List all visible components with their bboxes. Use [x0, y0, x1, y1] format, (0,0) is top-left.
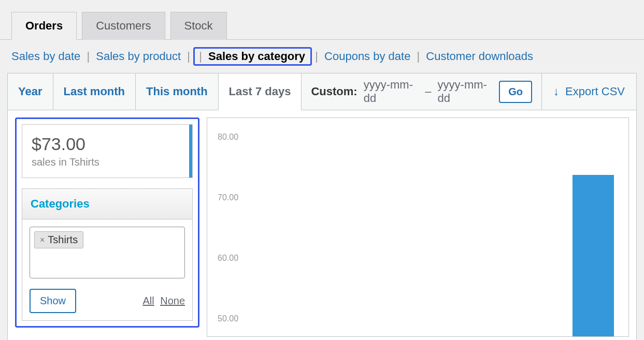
y-tick-label: 50.00	[218, 305, 618, 337]
date-to-input[interactable]: yyyy-mm-dd	[438, 78, 493, 105]
report-subnav: Sales by date | Sales by product | | Sal…	[0, 40, 644, 73]
range-last-month[interactable]: Last month	[53, 73, 136, 110]
tab-customers[interactable]: Customers	[82, 12, 165, 40]
categories-actions: Show All None	[30, 289, 185, 313]
y-tick-label: 60.00	[218, 244, 618, 305]
separator: |	[87, 50, 90, 63]
category-chip-label: Tshirts	[48, 234, 78, 246]
subnav-customer-downloads[interactable]: Customer downloads	[424, 50, 535, 63]
report-body: $73.00 sales in Tshirts Categories × Tsh…	[8, 110, 636, 340]
custom-label: Custom:	[311, 85, 357, 98]
range-year[interactable]: Year	[8, 73, 53, 110]
sales-chart: 80.00 70.00 60.00 50.00	[207, 117, 629, 337]
select-all-none: All None	[139, 295, 185, 307]
tab-stock[interactable]: Stock	[170, 12, 227, 40]
range-last-7-days[interactable]: Last 7 days	[219, 73, 302, 110]
summary-card[interactable]: $73.00 sales in Tshirts	[22, 124, 193, 178]
report-sidebar: $73.00 sales in Tshirts Categories × Tsh…	[15, 117, 199, 328]
category-chip: × Tshirts	[34, 231, 83, 248]
chart-y-axis: 80.00 70.00 60.00 50.00	[207, 118, 628, 337]
y-tick-label: 70.00	[218, 184, 618, 244]
summary-amount: $73.00	[32, 134, 183, 154]
categories-widget-title: Categories	[22, 189, 192, 219]
separator: |	[199, 50, 202, 63]
custom-range-area: Custom: yyyy-mm-dd – yyyy-mm-dd Go	[302, 73, 542, 110]
export-csv-link[interactable]: ↓ Export CSV	[542, 73, 636, 110]
period-range-bar: Year Last month This month Last 7 days C…	[8, 73, 636, 110]
category-select-input[interactable]: × Tshirts	[30, 227, 185, 278]
tab-orders[interactable]: Orders	[11, 12, 77, 40]
date-separator: –	[425, 85, 431, 98]
categories-widget: Categories × Tshirts Show All None	[22, 188, 193, 321]
select-none-link[interactable]: None	[160, 295, 185, 306]
export-csv-label: Export CSV	[565, 85, 625, 98]
separator: |	[417, 50, 420, 63]
date-from-input[interactable]: yyyy-mm-dd	[364, 78, 419, 105]
show-button[interactable]: Show	[30, 289, 76, 313]
y-tick-label: 80.00	[218, 123, 618, 184]
close-icon[interactable]: ×	[40, 235, 45, 245]
subnav-coupons-by-date[interactable]: Coupons by date	[322, 50, 412, 63]
download-icon: ↓	[553, 85, 559, 98]
go-button[interactable]: Go	[499, 81, 532, 103]
separator: |	[187, 50, 190, 63]
subnav-sales-by-category[interactable]: Sales by category	[206, 50, 307, 63]
chart-bar	[573, 175, 614, 337]
report-container: Year Last month This month Last 7 days C…	[7, 73, 637, 340]
active-outline: | Sales by category	[193, 47, 312, 66]
range-this-month[interactable]: This month	[136, 73, 219, 110]
categories-widget-body: × Tshirts Show All None	[22, 219, 192, 320]
select-all-link[interactable]: All	[142, 295, 154, 306]
separator: |	[315, 50, 318, 63]
summary-subtitle: sales in Tshirts	[32, 156, 183, 168]
report-top-tabs: Orders Customers Stock	[0, 0, 644, 40]
subnav-sales-by-date[interactable]: Sales by date	[9, 50, 82, 63]
subnav-sales-by-product[interactable]: Sales by product	[94, 50, 183, 63]
